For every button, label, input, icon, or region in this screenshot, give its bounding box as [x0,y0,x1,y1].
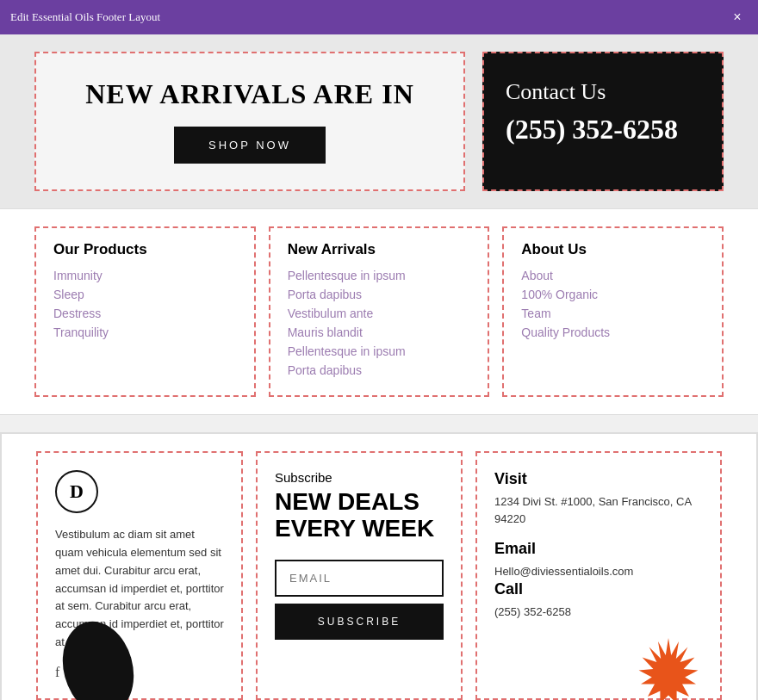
svg-marker-0 [639,638,699,700]
call-value: (255) 352-6258 [494,604,703,621]
link-destress[interactable]: Destress [53,307,237,320]
divi-logo: D [55,470,98,513]
visit-section: Visit 1234 Divi St. #1000, San Francisco… [494,470,703,527]
contact-label: Contact Us [506,79,700,105]
links-col-arrivals: New Arrivals Pellentesque in ipsum Porta… [269,226,490,397]
shop-now-button[interactable]: SHOP NOW [174,127,326,164]
top-bar-title: Edit Essential Oils Footer Layout [10,10,160,24]
links-col-products: Our Products Immunity Sleep Destress Tra… [34,226,256,397]
starburst-svg [634,635,703,700]
contact-phone: (255) 352-6258 [506,114,700,146]
link-team[interactable]: Team [521,307,705,320]
footer-outer: D Vestibulum ac diam sit amet quam vehic… [0,432,758,700]
link-tranquility[interactable]: Tranquility [53,325,237,339]
link-arrivals-2[interactable]: Porta dapibus [288,288,471,301]
link-arrivals-6[interactable]: Porta dapibus [288,363,471,377]
email-heading: Email [494,540,703,558]
starburst-decoration [634,635,703,700]
subscribe-button[interactable]: SUBSCRIBE [275,604,444,640]
link-sleep[interactable]: Sleep [53,288,237,301]
subscribe-headline: NEW DEALS EVERY WEEK [275,489,444,542]
hero-banner: NEW ARRIVALS ARE IN SHOP NOW [34,52,465,191]
email-section: Email Hello@diviessentialoils.com [494,540,703,580]
link-arrivals-3[interactable]: Vestibulum ante [288,307,471,320]
contact-box: Contact Us (255) 352-6258 [482,52,724,191]
footer-col-brand: D Vestibulum ac diam sit amet quam vehic… [36,451,243,700]
email-value: Hello@diviessentialoils.com [494,563,703,580]
link-immunity[interactable]: Immunity [53,269,237,282]
facebook-icon[interactable]: f [55,665,59,681]
link-arrivals-4[interactable]: Mauris blandit [288,325,471,339]
link-about[interactable]: About [521,269,705,282]
visit-heading: Visit [494,470,703,488]
email-input[interactable] [275,560,444,597]
close-button[interactable]: × [727,7,748,28]
link-quality[interactable]: Quality Products [521,325,705,339]
footer-col-contact: Visit 1234 Divi St. #1000, San Francisco… [475,451,722,700]
subscribe-label: Subscribe [275,470,444,485]
footer-col-subscribe: Subscribe NEW DEALS EVERY WEEK SUBSCRIBE [256,451,463,700]
call-section: Call (255) 352-6258 [494,580,703,621]
top-bar: Edit Essential Oils Footer Layout × [0,0,758,34]
footer-grid: D Vestibulum ac diam sit amet quam vehic… [36,451,722,700]
visit-address: 1234 Divi St. #1000, San Francisco, CA 9… [494,493,703,527]
link-arrivals-1[interactable]: Pellentesque in ipsum [288,269,471,282]
links-section: Our Products Immunity Sleep Destress Tra… [0,208,758,415]
link-arrivals-5[interactable]: Pellentesque in ipsum [288,344,471,358]
call-heading: Call [494,580,703,598]
links-col-about: About Us About 100% Organic Team Quality… [502,226,724,397]
links-col-about-title: About Us [521,241,705,258]
hero-title: NEW ARRIVALS ARE IN [85,79,413,109]
links-col-arrivals-title: New Arrivals [288,241,471,258]
link-organic[interactable]: 100% Organic [521,288,705,301]
links-col-products-title: Our Products [53,241,237,258]
hero-section: NEW ARRIVALS ARE IN SHOP NOW Contact Us … [0,34,758,208]
